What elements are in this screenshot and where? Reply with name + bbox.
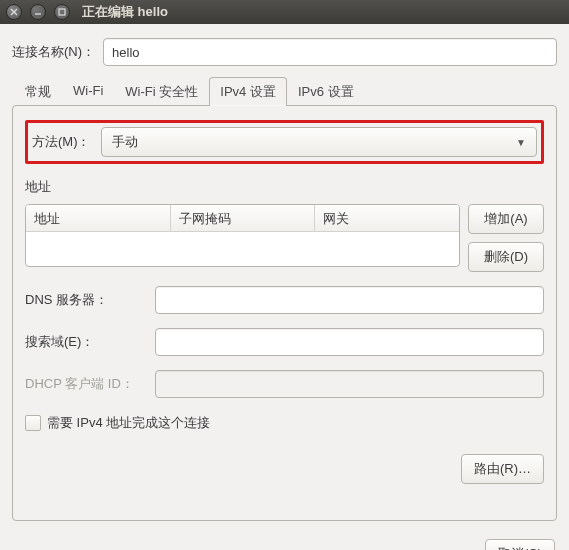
method-combo[interactable]: 手动 ▼	[101, 127, 538, 157]
search-domain-input[interactable]	[155, 328, 544, 356]
minimize-icon[interactable]	[30, 4, 46, 20]
dhcp-client-id-row: DHCP 客户端 ID：	[25, 370, 544, 398]
dhcp-client-id-label: DHCP 客户端 ID：	[25, 375, 145, 393]
tab-ipv6[interactable]: IPv6 设置	[287, 77, 365, 106]
tab-general[interactable]: 常规	[14, 77, 62, 106]
dhcp-client-id-input	[155, 370, 544, 398]
tab-bar: 常规 Wi-Fi Wi-Fi 安全性 IPv4 设置 IPv6 设置	[12, 76, 557, 105]
tab-ipv4[interactable]: IPv4 设置	[209, 77, 287, 106]
method-highlight: 方法(M)： 手动 ▼	[25, 120, 544, 164]
require-ipv4-checkbox[interactable]	[25, 415, 41, 431]
address-section: 地址 子网掩码 网关 增加(A) 删除(D)	[25, 204, 544, 272]
close-icon[interactable]	[6, 4, 22, 20]
method-value: 手动	[112, 133, 138, 151]
col-address: 地址	[26, 205, 171, 231]
tab-wifi[interactable]: Wi-Fi	[62, 77, 114, 106]
search-domain-label: 搜索域(E)：	[25, 333, 145, 351]
ipv4-pane: 方法(M)： 手动 ▼ 地址 地址 子网掩码 网关 增加(A) 删除(D)	[12, 105, 557, 521]
dns-label: DNS 服务器：	[25, 291, 145, 309]
titlebar: 正在编辑 hello	[0, 0, 569, 24]
address-heading: 地址	[25, 178, 544, 196]
address-buttons: 增加(A) 删除(D)	[468, 204, 544, 272]
window-title: 正在编辑 hello	[82, 3, 168, 21]
col-netmask: 子网掩码	[171, 205, 316, 231]
routes-row: 路由(R)…	[25, 454, 544, 484]
col-gateway: 网关	[315, 205, 459, 231]
tab-wifi-security[interactable]: Wi-Fi 安全性	[114, 77, 209, 106]
connection-name-row: 连接名称(N)：	[12, 38, 557, 66]
dns-input[interactable]	[155, 286, 544, 314]
require-ipv4-row: 需要 IPv4 地址完成这个连接	[25, 414, 544, 432]
address-table-header: 地址 子网掩码 网关	[26, 205, 459, 232]
svg-rect-0	[59, 9, 65, 15]
dialog-footer: 取消(C)	[0, 531, 569, 550]
method-label: 方法(M)：	[32, 133, 91, 151]
dns-row: DNS 服务器：	[25, 286, 544, 314]
search-domain-row: 搜索域(E)：	[25, 328, 544, 356]
chevron-down-icon: ▼	[516, 137, 526, 148]
maximize-icon[interactable]	[54, 4, 70, 20]
cancel-button[interactable]: 取消(C)	[485, 539, 555, 550]
require-ipv4-label: 需要 IPv4 地址完成这个连接	[47, 414, 210, 432]
window-content: 连接名称(N)： 常规 Wi-Fi Wi-Fi 安全性 IPv4 设置 IPv6…	[0, 24, 569, 531]
routes-button[interactable]: 路由(R)…	[461, 454, 544, 484]
connection-name-label: 连接名称(N)：	[12, 43, 95, 61]
add-button[interactable]: 增加(A)	[468, 204, 544, 234]
connection-name-input[interactable]	[103, 38, 557, 66]
address-table-body[interactable]	[26, 232, 459, 266]
address-table[interactable]: 地址 子网掩码 网关	[25, 204, 460, 267]
delete-button[interactable]: 删除(D)	[468, 242, 544, 272]
